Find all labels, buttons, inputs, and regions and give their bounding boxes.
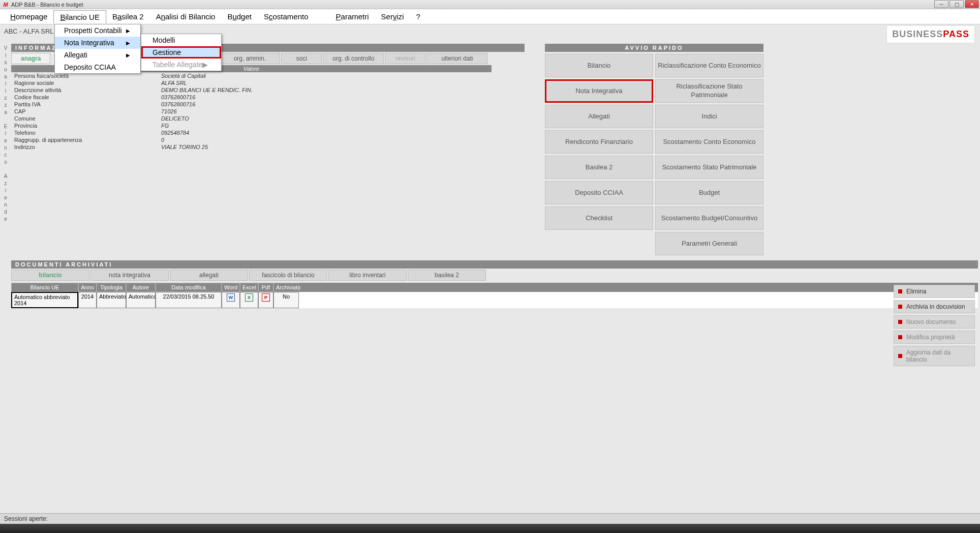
data-label: Indirizzo (11, 144, 161, 150)
dropdown-prospetti[interactable]: Prospetti Contabili▶ (55, 24, 140, 37)
docs-tab-bilancio[interactable]: bilancio (11, 270, 89, 281)
taskbar (0, 524, 980, 533)
data-value: 03762800716 (161, 94, 195, 100)
quick-button[interactable]: Basilea 2 (545, 156, 653, 179)
col-autore[interactable]: Autore (126, 283, 156, 292)
data-value: Società di Capitali (161, 73, 206, 79)
col-data-modifica[interactable]: Data modifica (156, 283, 222, 292)
cell-anno: 2014 (78, 292, 97, 308)
dropdown-deposito[interactable]: Deposito CCIAA (55, 61, 140, 73)
data-row: ProvinciaFG (11, 122, 492, 129)
close-button[interactable]: ✕ (965, 0, 979, 8)
data-row: CAP71026 (11, 108, 492, 115)
quick-button[interactable]: Deposito CCIAA (545, 181, 653, 204)
tab-org-ammin[interactable]: org. ammin. (219, 53, 280, 64)
col-anno[interactable]: Anno (78, 283, 97, 292)
data-label: Comune (11, 115, 161, 122)
cell-autore: Automatico (126, 292, 156, 308)
col-excel[interactable]: Excel (240, 283, 258, 292)
archive-header: Bilancio UE Anno Tipologia Autore Data m… (11, 283, 978, 292)
tab-revisori[interactable]: revisori (385, 53, 425, 64)
docs-tab-fascicolo[interactable]: fascicolo di bilancio (249, 270, 327, 281)
col-archiviato[interactable]: Archiviato (273, 283, 299, 292)
pdf-icon: P (262, 293, 270, 302)
submenu-gestione[interactable]: Gestione (141, 46, 221, 58)
quick-button[interactable]: Scostamento Budget/Consuntivo (655, 206, 763, 230)
quick-button[interactable]: Scostamento Conto Economico (655, 130, 763, 154)
chevron-right-icon: ▶ (126, 52, 130, 58)
quick-button[interactable]: Budget (655, 181, 763, 204)
titlebar: M ADP B&B - Bilancio e budget ─ ▢ ✕ (0, 0, 980, 9)
menu-parametri[interactable]: Parametri (330, 10, 375, 23)
docs-tab-nota[interactable]: nota integrativa (90, 270, 169, 281)
docs-tab-libro[interactable]: libro inventari (328, 270, 407, 281)
data-label: Partita IVA (11, 101, 161, 107)
quick-button[interactable]: Allegati (545, 105, 653, 128)
data-label: Ragione sociale (11, 80, 161, 86)
excel-icon: X (245, 293, 253, 302)
quick-start-header: AVVIO RAPIDO (545, 44, 763, 52)
data-row: IndirizzoVIALE TORINO 25 (11, 143, 492, 151)
quick-button[interactable]: Indici (655, 105, 763, 128)
square-icon (898, 335, 902, 339)
company-data-table: Persona fisica/societàSocietà di Capital… (11, 72, 492, 151)
menu-servizi[interactable]: Servizi (375, 10, 410, 23)
quick-button[interactable]: Rendiconto Finanziario (545, 130, 653, 154)
cell-excel[interactable]: X (240, 292, 258, 308)
submenu-modelli[interactable]: Modelli (141, 34, 221, 46)
docs-tab-allegati[interactable]: allegati (170, 270, 248, 281)
chevron-right-icon: ▶ (202, 61, 208, 69)
quick-button[interactable]: Riclassificazione Conto Economico (655, 54, 763, 77)
submenu-tabelle-allegate[interactable]: Tabelle Allegate▶ (141, 58, 221, 71)
col-pdf[interactable]: Pdf (258, 283, 273, 292)
tab-org-controllo[interactable]: org. di controllo (323, 53, 384, 64)
square-icon (898, 320, 902, 324)
cell-word[interactable]: W (222, 292, 240, 308)
quick-button[interactable]: Bilancio (545, 54, 653, 77)
dropdown-bilancio-ue: Prospetti Contabili▶ Nota Integrativa▶ A… (54, 24, 141, 74)
action-item[interactable]: Elimina (894, 285, 975, 298)
data-value: 092548784 (161, 130, 189, 136)
dropdown-allegati[interactable]: Allegati▶ (55, 49, 140, 61)
quick-button[interactable]: Parametri Generali (655, 232, 763, 255)
menu-help[interactable]: ? (410, 10, 426, 23)
col-bilancio[interactable]: Bilancio UE (11, 283, 78, 292)
dropdown-nota-integrativa[interactable]: Nota Integrativa▶ (55, 37, 140, 49)
menu-budget[interactable]: Budget (221, 10, 258, 23)
app-icon: M (2, 1, 9, 8)
quick-button[interactable]: Checklist (545, 206, 653, 230)
tab-ulteriori[interactable]: ulteriori dati (426, 53, 487, 64)
action-item[interactable]: Archivia in docuvision (894, 300, 975, 313)
menu-scostamento[interactable]: Scostamento (258, 10, 315, 23)
archive-row[interactable]: Automatico abbreviato 2014 2014 Abbrevia… (11, 292, 978, 308)
docs-tabs: bilancio nota integrativa allegati fasci… (11, 270, 978, 281)
cell-pdf[interactable]: P (258, 292, 273, 308)
data-row: Telefono092548784 (11, 129, 492, 136)
data-label: Telefono (11, 130, 161, 136)
minimize-button[interactable]: ─ (934, 0, 948, 8)
quick-button[interactable]: Scostamento Stato Patrimoniale (655, 156, 763, 179)
data-row: Descrizione attivitàDEMO BILANCI UE E RE… (11, 86, 492, 94)
menu-basilea2[interactable]: Basilea 2 (106, 10, 150, 23)
cell-archiviato: No (273, 292, 299, 308)
menu-homepage[interactable]: Homepage (4, 10, 53, 23)
menu-bilancio-ue[interactable]: Bilancio UE (53, 10, 106, 23)
quick-button[interactable]: Riclassificazione Stato Patrimoniale (655, 79, 763, 103)
cell-data: 22/03/2015 08.25.50 (156, 292, 222, 308)
tab-soci[interactable]: soci (281, 53, 322, 64)
col-word[interactable]: Word (222, 283, 240, 292)
data-row: Partita IVA03762800716 (11, 101, 492, 108)
menubar: Homepage Bilancio UE Basilea 2 Analisi d… (0, 9, 980, 24)
tab-anagrafica[interactable]: anagra (11, 53, 50, 64)
window-title: ADP B&B - Bilancio e budget (11, 2, 83, 8)
col-tipologia[interactable]: Tipologia (97, 283, 126, 292)
docs-tab-basilea[interactable]: basilea 2 (408, 270, 486, 281)
docs-section-header: DOCUMENTI ARCHIVIATI (11, 260, 978, 269)
data-label: CAP (11, 108, 161, 114)
action-item: Aggiorna dati da bilancio (894, 346, 975, 366)
maximize-button[interactable]: ▢ (950, 0, 964, 8)
menu-analisi[interactable]: Analisi di Bilancio (150, 10, 222, 23)
quick-button[interactable]: Nota Integrativa (545, 79, 653, 103)
square-icon (898, 305, 902, 309)
sidebar-vertical-label[interactable]: Visualizza Elenco Aziende (2, 45, 9, 223)
